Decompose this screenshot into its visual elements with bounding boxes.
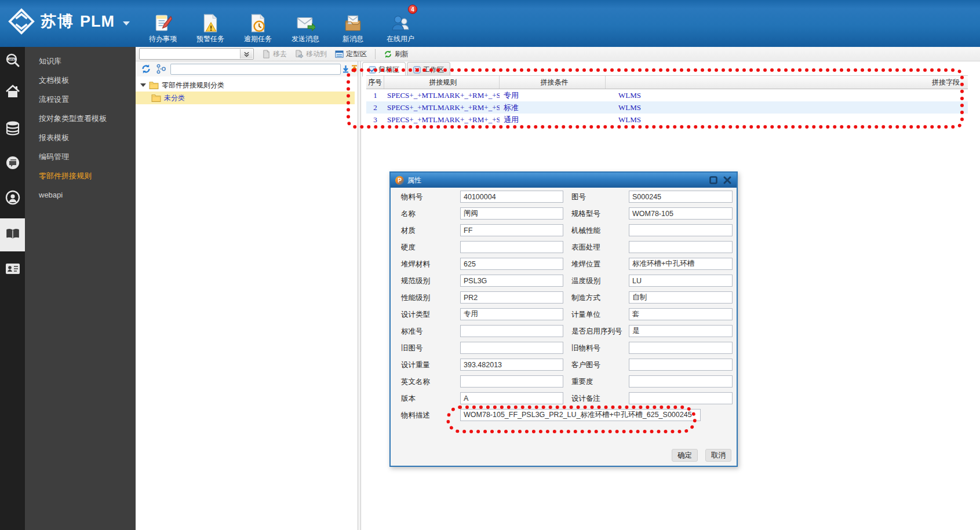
serial-enabled-field[interactable] [629, 325, 733, 337]
online-users-button[interactable]: 在线用户 4 [377, 6, 424, 43]
temperature-level-field[interactable] [629, 275, 733, 287]
design-type-field[interactable] [460, 308, 563, 320]
design-remark-field[interactable] [629, 392, 733, 404]
combobox-expand-button[interactable] [240, 49, 253, 59]
column-header-no[interactable]: 序号 [366, 76, 384, 89]
tree-node-root[interactable]: 零部件拼接规则分类 [136, 79, 355, 92]
logo-dropdown-caret-icon[interactable] [123, 21, 130, 25]
cell-rule-link[interactable]: SPECS+_+MTLMARK+_+RM+_+S... [384, 114, 500, 126]
english-name-field[interactable] [460, 375, 563, 388]
tree-refresh-icon[interactable] [141, 64, 151, 74]
spec-level-field[interactable] [460, 275, 563, 287]
column-header-field[interactable]: 拼接字段 [606, 76, 968, 89]
material-field[interactable] [460, 224, 563, 236]
sidebar-item-webapi[interactable]: webapi [25, 185, 136, 204]
sipm-search-icon[interactable]: SIPM [5, 53, 20, 68]
table-row[interactable]: 1 SPECS+_+MTLMARK+_+RM+_+S... 专用 WLMS [366, 89, 968, 101]
cancel-button[interactable]: 取消 [705, 449, 731, 462]
material-no-field[interactable] [460, 191, 563, 203]
weld-material-field[interactable] [460, 258, 563, 270]
org-structure-icon[interactable] [156, 64, 166, 74]
mechanical-property-field[interactable] [629, 224, 733, 236]
manufacture-method-field[interactable] [629, 291, 733, 304]
send-message-button[interactable]: 发送消息 [282, 6, 329, 43]
material-description-field[interactable] [460, 409, 701, 421]
plm-application: 苏博 PLM 待办事项 [0, 0, 980, 530]
version-field[interactable] [460, 392, 563, 404]
fixed-area-button[interactable]: 定型区 [335, 49, 367, 59]
sidebar-item-report-templates[interactable]: 报表模板 [25, 128, 136, 147]
table-row[interactable]: 2 SPECS+_+MTLMARK+_+RM+_+S... 标准 WLMS [366, 101, 968, 114]
cell-rule-link[interactable]: SPECS+_+MTLMARK+_+RM+_+S... [384, 101, 500, 114]
todo-note-icon [153, 13, 173, 33]
id-card-icon[interactable] [5, 261, 20, 276]
spec-model-field[interactable] [629, 207, 733, 220]
close-icon[interactable] [723, 176, 732, 185]
dialog-titlebar[interactable]: P 属性 [391, 173, 737, 188]
tab-label: 工作区 [423, 65, 444, 75]
refresh-button-label: 刷新 [395, 49, 409, 59]
weld-position-field[interactable] [629, 258, 733, 270]
ok-button[interactable]: 确定 [672, 449, 698, 462]
download-arrow-button[interactable] [342, 64, 349, 74]
toolbar-item-label: 新消息 [343, 35, 363, 43]
category-combobox[interactable] [139, 48, 254, 60]
warning-tasks-button[interactable]: 预警任务 [187, 6, 234, 43]
sidebar-item-coding-management[interactable]: 编码管理 [25, 147, 136, 166]
cell-rule-link[interactable]: SPECS+_+MTLMARK+_+RM+_+S... [384, 89, 500, 101]
field-label: 名称 [401, 209, 416, 219]
refresh-button[interactable]: 刷新 [384, 49, 409, 59]
field-label: 标准号 [401, 327, 423, 337]
new-message-icon [343, 13, 363, 33]
performance-level-field[interactable] [460, 291, 563, 304]
logo-text-en: PLM [80, 13, 115, 31]
sidebar-item-knowledge-base[interactable]: 知识库 [25, 52, 136, 71]
tree-node-label: 未分类 [164, 93, 185, 103]
tree-expander-icon[interactable] [140, 83, 146, 87]
name-field[interactable] [460, 207, 563, 220]
tab-work-area[interactable]: 工作区 [407, 62, 450, 76]
remove-button[interactable]: 移去 [262, 49, 287, 59]
table-row[interactable]: 3 SPECS+_+MTLMARK+_+RM+_+S... 通用 WLMS [366, 114, 968, 126]
home-icon[interactable] [5, 84, 20, 99]
sidebar-item-document-templates[interactable]: 文档模板 [25, 71, 136, 90]
drawing-no-field[interactable] [629, 191, 733, 203]
chat-bubble-icon[interactable] [5, 155, 20, 170]
todo-items-button[interactable]: 待办事项 [139, 6, 187, 43]
app-logo[interactable]: 苏博 PLM [8, 8, 130, 35]
hardness-field[interactable] [460, 241, 563, 253]
importance-field[interactable] [629, 375, 733, 388]
field-label: 温度级别 [571, 276, 600, 286]
unit-field[interactable] [629, 308, 733, 320]
old-drawing-no-field[interactable] [460, 342, 563, 354]
field-label: 重要度 [571, 377, 593, 387]
panel-splitter[interactable] [358, 61, 361, 530]
new-messages-button[interactable]: 新消息 [329, 6, 377, 43]
cell-no: 1 [366, 89, 384, 101]
tab-archive-area[interactable]: 归档区 [362, 62, 406, 76]
app-header: 苏博 PLM 待办事项 [0, 0, 980, 47]
column-header-condition[interactable]: 拼接条件 [500, 76, 606, 89]
sidebar-item-part-splicing-rules[interactable]: 零部件拼接规则 [25, 166, 136, 185]
sidebar-item-view-templates-by-object-type[interactable]: 按对象类型查看模板 [25, 109, 136, 128]
move-to-doc-icon [295, 50, 304, 59]
move-to-button[interactable]: 移动到 [295, 49, 327, 59]
sidebar-item-process-settings[interactable]: 流程设置 [25, 90, 136, 109]
book-icon[interactable] [5, 226, 20, 242]
overdue-tasks-button[interactable]: 逾期任务 [234, 6, 282, 43]
toolbar-item-label: 待办事项 [149, 35, 177, 43]
column-header-rule[interactable]: 拼接规则 [384, 76, 500, 89]
maximize-icon[interactable] [709, 176, 718, 185]
old-material-no-field[interactable] [629, 342, 733, 354]
surface-treatment-field[interactable] [629, 241, 733, 253]
broadcast-user-icon[interactable] [5, 190, 20, 205]
tree-node-unclassified[interactable]: 未分类 [136, 92, 355, 104]
dialog-actions: 确定 取消 [672, 449, 731, 462]
customer-drawing-no-field[interactable] [629, 359, 733, 371]
standard-no-field[interactable] [460, 325, 563, 337]
tree-toolbar [136, 61, 359, 76]
tree-filter-input[interactable] [170, 64, 341, 75]
design-weight-field[interactable] [460, 359, 563, 371]
database-icon[interactable] [5, 120, 20, 136]
field-label: 堆焊材料 [401, 259, 430, 269]
